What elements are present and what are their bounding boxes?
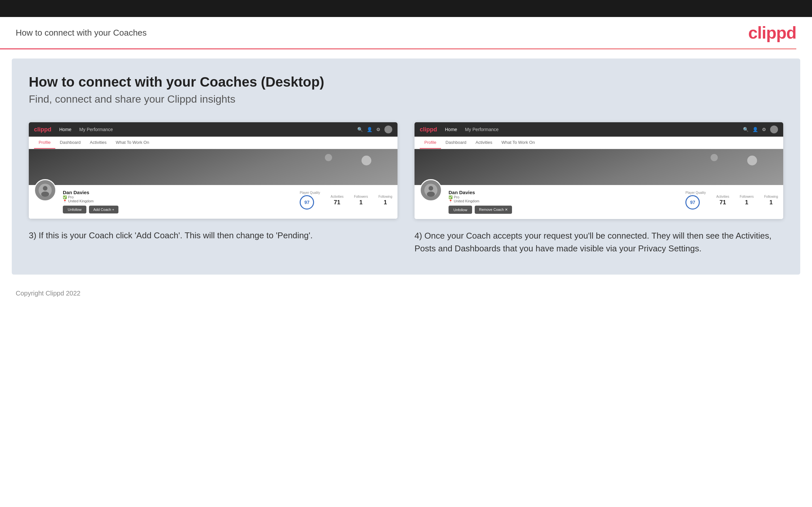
left-profile-actions: Unfollow Add Coach +: [63, 206, 293, 214]
golf-circle-1: [361, 156, 371, 165]
settings-icon[interactable]: ⚙: [376, 127, 380, 132]
left-nav-icons: 🔍 👤 ⚙: [357, 125, 392, 133]
left-nav-performance[interactable]: My Performance: [79, 127, 113, 132]
left-profile-location: 📍 United Kingdom: [63, 199, 293, 203]
right-caption: 4) Once your Coach accepts your request …: [414, 229, 783, 255]
left-quality-label: Player Quality: [300, 191, 320, 194]
left-mock-browser: clippd Home My Performance 🔍 👤 ⚙ Profile…: [29, 122, 398, 219]
right-profile-actions: Unfollow Remove Coach ✕: [449, 206, 679, 214]
left-stat-followers: Followers 1: [354, 195, 368, 206]
right-nav-performance[interactable]: My Performance: [465, 127, 499, 132]
left-stat-following: Following 1: [378, 195, 392, 206]
left-quality-value: 97: [300, 195, 314, 210]
right-golf-circle-1: [747, 156, 757, 165]
left-profile-section: Dan Davies ✅ Pro 📍 United Kingdom Unfoll…: [29, 185, 398, 219]
right-tab-activities[interactable]: Activities: [471, 136, 497, 149]
right-unfollow-button[interactable]: Unfollow: [449, 206, 472, 214]
right-golf-circle-2: [711, 154, 718, 161]
left-mock-logo: clippd: [34, 126, 51, 133]
clippd-logo: clippd: [748, 23, 796, 43]
left-caption: 3) If this is your Coach click 'Add Coac…: [29, 229, 398, 242]
right-mock-logo: clippd: [420, 126, 437, 133]
right-avatar-wrap: [420, 179, 442, 202]
right-activities-label: Activities: [716, 195, 729, 199]
left-activities-label: Activities: [331, 195, 344, 199]
golf-circle-2: [325, 154, 332, 161]
right-profile-location: 📍 United Kingdom: [449, 199, 679, 203]
right-location-icon: 📍: [449, 200, 452, 203]
right-following-value: 1: [764, 199, 778, 206]
left-activities-value: 71: [331, 199, 344, 206]
search-icon[interactable]: 🔍: [357, 127, 363, 132]
right-quality-label: Player Quality: [686, 191, 706, 194]
right-user-icon[interactable]: 👤: [753, 127, 758, 132]
right-activities-value: 71: [716, 199, 729, 206]
left-following-value: 1: [378, 199, 392, 206]
right-avatar-icon[interactable]: [770, 125, 778, 133]
left-mock-banner: [29, 149, 398, 185]
user-icon[interactable]: 👤: [367, 127, 372, 132]
left-tab-profile[interactable]: Profile: [34, 136, 55, 149]
right-profile-section: Dan Davies ✅ Pro 📍 United Kingdom Unfoll…: [414, 185, 783, 219]
page-title: How to connect with your Coaches: [16, 28, 147, 38]
left-stat-quality: Player Quality 97: [300, 191, 320, 210]
right-column: clippd Home My Performance 🔍 👤 ⚙ Profile…: [414, 122, 783, 255]
svg-point-1: [43, 186, 47, 190]
right-quality-value: 97: [686, 195, 700, 210]
right-nav-icons: 🔍 👤 ⚙: [743, 125, 778, 133]
svg-point-5: [427, 191, 435, 197]
left-followers-label: Followers: [354, 195, 368, 199]
right-stats: Player Quality 97 Activities 71 Follower…: [686, 188, 778, 210]
right-search-icon[interactable]: 🔍: [743, 127, 749, 132]
right-mock-nav: clippd Home My Performance 🔍 👤 ⚙: [414, 122, 783, 136]
header: How to connect with your Coaches clippd: [0, 17, 812, 48]
left-stat-activities: Activities 71: [331, 195, 344, 206]
right-profile-info: Dan Davies ✅ Pro 📍 United Kingdom Unfoll…: [449, 188, 679, 214]
location-icon: 📍: [63, 200, 67, 203]
right-tab-dashboard[interactable]: Dashboard: [441, 136, 471, 149]
left-nav-home[interactable]: Home: [59, 127, 71, 132]
right-mock-tabs: Profile Dashboard Activities What To Wor…: [414, 136, 783, 149]
left-avatar: [34, 179, 56, 202]
right-profile-role: ✅ Pro: [449, 195, 679, 199]
right-remove-coach-button[interactable]: Remove Coach ✕: [475, 206, 512, 214]
left-add-coach-button[interactable]: Add Coach +: [89, 206, 118, 214]
right-tab-profile[interactable]: Profile: [420, 136, 441, 149]
right-stat-activities: Activities 71: [716, 195, 729, 206]
right-following-label: Following: [764, 195, 778, 199]
left-mock-tabs: Profile Dashboard Activities What To Wor…: [29, 136, 398, 149]
right-stat-quality: Player Quality 97: [686, 191, 706, 210]
top-bar: [0, 0, 812, 17]
svg-point-2: [41, 191, 49, 197]
svg-point-4: [428, 186, 433, 190]
right-followers-value: 1: [740, 199, 754, 206]
left-avatar-wrap: [34, 179, 56, 202]
right-profile-name: Dan Davies: [449, 189, 679, 195]
right-stat-followers: Followers 1: [740, 195, 754, 206]
left-followers-value: 1: [354, 199, 368, 206]
right-nav-home[interactable]: Home: [445, 127, 457, 132]
left-profile-role: ✅ Pro: [63, 195, 293, 199]
left-profile-name: Dan Davies: [63, 189, 293, 195]
right-tab-whattworkon[interactable]: What To Work On: [497, 136, 540, 149]
left-profile-info: Dan Davies ✅ Pro 📍 United Kingdom Unfoll…: [63, 188, 293, 214]
copyright-text: Copyright Clippd 2022: [16, 290, 81, 297]
right-avatar: [420, 179, 442, 202]
left-tab-activities[interactable]: Activities: [85, 136, 111, 149]
right-followers-label: Followers: [740, 195, 754, 199]
right-settings-icon[interactable]: ⚙: [762, 127, 766, 132]
left-mock-nav: clippd Home My Performance 🔍 👤 ⚙: [29, 122, 398, 136]
left-tab-whattworkon[interactable]: What To Work On: [111, 136, 154, 149]
left-unfollow-button[interactable]: Unfollow: [63, 206, 86, 214]
left-tab-dashboard[interactable]: Dashboard: [55, 136, 85, 149]
left-column: clippd Home My Performance 🔍 👤 ⚙ Profile…: [29, 122, 398, 255]
right-verified-icon: ✅: [449, 195, 452, 199]
left-following-label: Following: [378, 195, 392, 199]
avatar-icon[interactable]: [385, 125, 392, 133]
header-divider: [0, 48, 796, 49]
main-subheading: Find, connect and share your Clippd insi…: [29, 93, 783, 105]
main-content: How to connect with your Coaches (Deskto…: [12, 58, 800, 275]
right-stat-following: Following 1: [764, 195, 778, 206]
right-mock-banner: [414, 149, 783, 185]
footer: Copyright Clippd 2022: [0, 284, 812, 303]
